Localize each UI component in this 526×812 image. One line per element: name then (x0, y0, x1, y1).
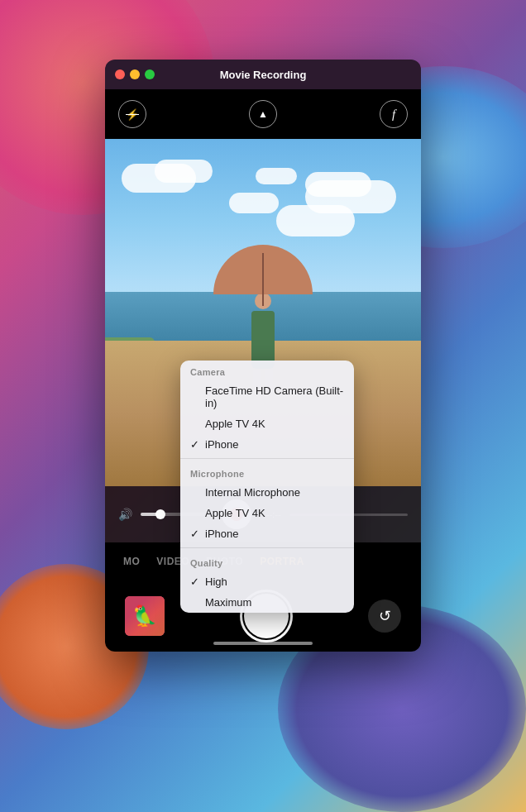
tab-mo[interactable]: MO (115, 556, 148, 567)
quality-high-label: High (205, 576, 344, 588)
mic-option-internal[interactable]: Internal Microphone (180, 482, 354, 503)
font-icon: f (392, 108, 395, 121)
cloud-4 (305, 172, 371, 197)
quality-maximum-label: Maximum (205, 596, 344, 609)
quality-option-high[interactable]: ✓ High (180, 571, 354, 592)
mic-appletv-label: Apple TV 4K (205, 507, 344, 519)
camera-facetime-label: FaceTime HD Camera (Built-in) (205, 385, 344, 409)
photo-thumbnail[interactable] (125, 596, 165, 636)
traffic-lights (115, 69, 155, 79)
umbrella (213, 245, 313, 294)
check-icon-camera: ✓ (190, 438, 203, 451)
divider-2 (180, 547, 354, 548)
flip-icon: ↺ (379, 607, 391, 625)
volume-icon: 🔊 (118, 508, 132, 521)
mic-iphone-label: iPhone (205, 528, 344, 540)
camera-section-header: Camera (180, 361, 354, 380)
cloud-7 (256, 168, 297, 184)
umbrella-ribs (262, 253, 264, 294)
minimize-button[interactable] (130, 69, 140, 79)
camera-option-iphone[interactable]: ✓ iPhone (180, 434, 354, 455)
mic-internal-label: Internal Microphone (205, 486, 344, 499)
flash-button[interactable]: ⚡ (118, 100, 146, 128)
thumbnail-image (125, 596, 165, 636)
camera-option-facetime[interactable]: FaceTime HD Camera (Built-in) (180, 380, 354, 413)
flip-camera-button[interactable]: ↺ (368, 599, 401, 633)
window-title: Movie Recording (220, 69, 307, 81)
mic-option-appletv[interactable]: Apple TV 4K (180, 503, 354, 523)
microphone-section-header: Microphone (180, 462, 354, 482)
mic-option-iphone[interactable]: ✓ iPhone (180, 523, 354, 544)
chevron-up-icon: ▲ (258, 109, 268, 119)
camera-option-appletv[interactable]: Apple TV 4K (180, 413, 354, 434)
quality-option-maximum[interactable]: Maximum (180, 592, 354, 613)
quality-section-header: Quality (180, 552, 354, 571)
font-button[interactable]: f (380, 100, 408, 128)
cloud-5 (229, 193, 279, 213)
cloud-2 (155, 160, 213, 183)
chevron-up-button[interactable]: ▲ (249, 100, 277, 128)
check-icon-mic: ✓ (190, 528, 203, 540)
maximize-button[interactable] (145, 69, 155, 79)
camera-iphone-label: iPhone (205, 438, 344, 451)
camera-settings-dropdown: Camera FaceTime HD Camera (Built-in) App… (180, 361, 354, 613)
cloud-6 (276, 205, 355, 236)
slider-thumb (155, 509, 165, 519)
camera-appletv-label: Apple TV 4K (205, 418, 344, 430)
viewfinder-controls: ⚡ ▲ f (105, 89, 421, 139)
titlebar: Movie Recording (105, 60, 421, 89)
home-indicator (213, 642, 313, 645)
close-button[interactable] (115, 69, 125, 79)
flash-icon: ⚡ (126, 109, 139, 120)
check-icon-quality: ✓ (190, 576, 203, 588)
divider-1 (180, 458, 354, 459)
